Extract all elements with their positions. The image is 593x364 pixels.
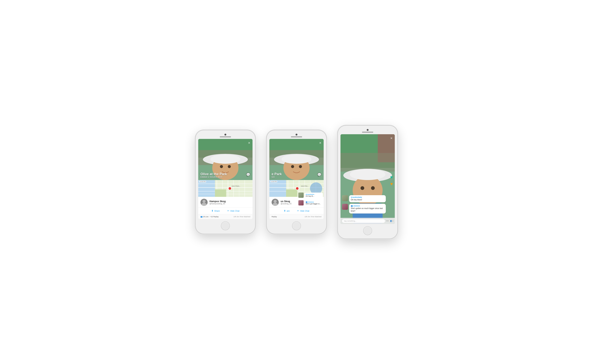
front-camera-icon [224, 134, 226, 136]
chat-text-1: Oh hey th... [306, 195, 322, 197]
phone-3-bottom [340, 226, 395, 235]
phone-3: × ♥ ♥ @randomlady Oh hey there [338, 125, 398, 239]
stats-section: 👥 28 Live • 32 Replay 10h 3m Time Watche… [198, 214, 253, 219]
phone-2-top [269, 134, 324, 137]
chat-text-2: She's got bigger si... [306, 203, 322, 205]
chat-bubble-1: @randomla... Oh hey th... [304, 193, 323, 198]
time-watched: 10h 3m Time Watched [233, 216, 250, 218]
video-section: Olive at the Park ENDED 2 hours ago × 💬 [198, 139, 253, 180]
phone-1: Olive at the Park ENDED 2 hours ago × 💬 [195, 130, 255, 234]
profile-section: Hampus Skog @hampusskog_55 [198, 197, 253, 208]
phone-1-top [198, 134, 253, 137]
phone-3-top [340, 129, 395, 133]
svg-point-33 [299, 165, 302, 168]
chat-icon-2[interactable]: 💬 [317, 173, 321, 177]
share-label: Share [214, 210, 220, 212]
svg-point-7 [228, 165, 231, 168]
close-button[interactable]: × [248, 141, 250, 145]
hearts-container: ♥ ♥ [390, 175, 393, 187]
stats-section-2: Replay 10h 3m Time Watched [269, 214, 324, 219]
close-button-3[interactable]: × [390, 136, 393, 140]
svg-point-46 [296, 187, 299, 190]
phone-2-frame: e Park go × 💬 [267, 130, 326, 234]
svg-point-24 [203, 200, 206, 203]
video-title: Olive at the Park [200, 172, 227, 176]
speaker-icon-3 [362, 132, 373, 133]
home-button-2[interactable] [292, 221, 301, 230]
chat-text-full-1: Oh hey there! [351, 199, 384, 201]
chat-text-full-2: She's gotten so much bigger since last t… [351, 207, 384, 212]
dots-button[interactable]: ••• [386, 220, 389, 222]
phones-container: Olive at the Park ENDED 2 hours ago × 💬 [195, 125, 398, 239]
avatar-2 [272, 199, 279, 206]
teal-heart: ♥ [390, 175, 393, 180]
video-info-overlay-2: e Park go [272, 172, 282, 178]
yellow-heart: ♥ [390, 181, 393, 187]
profile-name: Hampus Skog [209, 200, 226, 203]
stats-left-2: Replay [272, 216, 277, 218]
phone-1-bottom [198, 221, 253, 230]
chat-msg-full-2: 👥 @awass She's gotten so much bigger sin… [342, 204, 386, 214]
video-section-2: e Park go × 💬 [269, 139, 324, 180]
hide-chat-icon: ✂ [227, 209, 229, 212]
profile-info-2: us Skog @usskog_55 [280, 200, 292, 205]
profile-handle: @hampusskog_55 [209, 203, 226, 205]
replay-count: • 32 Replay [210, 216, 219, 218]
chat-username-1: @randomla... [306, 194, 322, 195]
svg-text:SAN FRA...: SAN FRA... [301, 185, 309, 187]
front-camera-icon [296, 134, 297, 136]
map-time: 12:04 PM [199, 181, 206, 182]
svg-text:SAN FRAN...: SAN FRAN... [232, 185, 240, 187]
svg-point-31 [281, 154, 312, 164]
speaker-icon [291, 136, 302, 137]
svg-point-6 [220, 165, 223, 168]
phone-2: e Park go × 💬 [267, 130, 326, 234]
chat-avatar-full-2 [342, 204, 348, 210]
share-label-2: are [287, 210, 290, 212]
chat-icon[interactable]: 💬 [246, 173, 250, 177]
profile-handle-2: @usskog_55 [280, 203, 292, 205]
chat-avatar-2 [298, 200, 304, 205]
stats-left: 👥 28 Live • 32 Replay [200, 216, 219, 218]
chat-avatar-1 [298, 193, 304, 198]
group-icon-2: 👥 [306, 201, 308, 203]
map-svg: SAN FRAN... [198, 180, 253, 197]
svg-point-57 [350, 169, 385, 180]
share-button-2[interactable]: ⬆ are [284, 209, 290, 212]
chat-message-2: 👥 @awass She's got bigger si... [298, 200, 323, 206]
viewers-count: 👤 8 [390, 220, 393, 222]
say-something-input[interactable]: Say something... [342, 219, 385, 223]
home-button-3[interactable] [363, 226, 372, 235]
svg-rect-9 [198, 180, 215, 197]
close-button-2[interactable]: × [319, 141, 321, 145]
chat-bubble-2: 👥 @awass She's got bigger si... [304, 200, 323, 206]
hide-chat-button[interactable]: ✂ Hide Chat [227, 209, 240, 212]
phone-1-frame: Olive at the Park ENDED 2 hours ago × 💬 [195, 130, 255, 234]
live-count: 👥 28 Live [200, 216, 208, 218]
hide-chat-label-2: Hide Chat [300, 210, 309, 212]
profile-name-2: us Skog [280, 200, 292, 203]
time-watched-2: 10h 3m Time Watched [305, 216, 321, 218]
phone-3-frame: × ♥ ♥ @randomlady Oh hey there [338, 125, 398, 239]
share-icon: ⬆ [211, 209, 213, 212]
home-button[interactable] [221, 221, 230, 230]
svg-point-49 [274, 200, 277, 203]
phone-3-screen: × ♥ ♥ @randomlady Oh hey there [340, 134, 395, 224]
video-info-overlay: Olive at the Park ENDED 2 hours ago [200, 172, 227, 178]
hide-chat-button-2[interactable]: ✂ Hide Chat [297, 209, 309, 212]
video-title-2: e Park [272, 172, 282, 176]
svg-rect-35 [269, 180, 286, 197]
svg-point-21 [228, 187, 231, 190]
avatar [200, 199, 208, 206]
full-screen-video: × ♥ ♥ @randomlady Oh hey there [340, 134, 395, 224]
chat-messages-area: @randomlady Oh hey there! 👥 @awass [340, 194, 387, 215]
chat-username-2: 👥 @awass [306, 201, 322, 203]
video-ended-label-2: go [272, 176, 282, 178]
share-button[interactable]: ⬆ Share [211, 209, 220, 212]
chat-bubble-full-2: 👥 @awass She's gotten so much bigger sin… [349, 204, 386, 214]
viewers-icon: 👤 [390, 220, 392, 222]
svg-rect-20 [215, 189, 226, 197]
front-camera-icon-3 [367, 129, 369, 131]
profile-info: Hampus Skog @hampusskog_55 [209, 200, 226, 205]
svg-rect-45 [286, 189, 297, 197]
